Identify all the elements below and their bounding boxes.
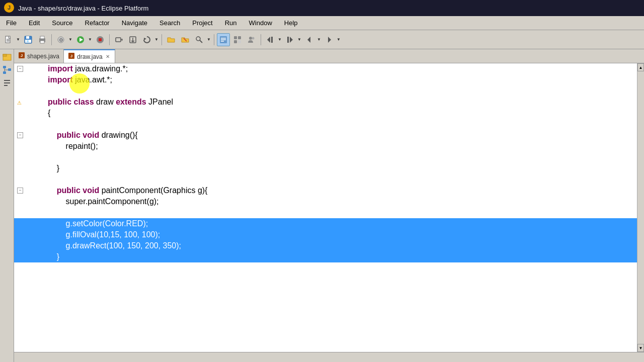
debug-arrow[interactable]: ▼: [68, 33, 73, 46]
svg-marker-39: [267, 37, 270, 43]
step-into-button[interactable]: [126, 33, 139, 46]
tab-shapes-java[interactable]: J shapes.java: [14, 49, 64, 63]
prev-edit-arrow[interactable]: ▼: [277, 33, 282, 46]
step-over-button[interactable]: [112, 33, 125, 46]
tab-draw-java[interactable]: J draw.java ✕: [64, 49, 115, 63]
code-line-1: − import java.drawing.*;: [14, 63, 637, 74]
run-group: ▼: [74, 33, 93, 46]
sidebar-tasks-icon[interactable]: [2, 77, 13, 88]
code-text-13: super.paintComponent(g);: [44, 197, 637, 206]
scroll-down-button[interactable]: ▼: [637, 344, 644, 352]
debug-group: ⚙ ▼: [54, 33, 73, 46]
svg-rect-9: [27, 40, 29, 42]
svg-point-27: [196, 37, 200, 41]
svg-rect-35: [234, 40, 237, 43]
svg-marker-41: [290, 37, 293, 43]
code-line-9: [14, 152, 637, 163]
svg-rect-11: [40, 36, 44, 39]
print-button[interactable]: [36, 33, 49, 46]
menu-navigate[interactable]: Navigate: [116, 16, 153, 30]
code-line-18: }: [14, 251, 637, 262]
code-text-17: g.drawRect(100, 150, 200, 350);: [44, 241, 637, 250]
menu-source[interactable]: Source: [46, 16, 78, 30]
menu-run[interactable]: Run: [219, 16, 243, 30]
code-line-6: [14, 119, 637, 130]
svg-marker-25: [144, 38, 146, 40]
right-scrollbar[interactable]: ▲ ▼: [637, 63, 644, 352]
debug-button[interactable]: ⚙: [54, 33, 67, 46]
collapse-7[interactable]: −: [17, 132, 23, 138]
title-text: Java - shape/src/draw.java - Eclipse Pla…: [18, 5, 148, 12]
new-file-button[interactable]: [2, 33, 15, 46]
svg-marker-43: [307, 37, 310, 43]
code-line-13: super.paintComponent(g);: [14, 196, 637, 207]
code-lines-container[interactable]: − import java.drawing.*; import java.awt…: [14, 63, 637, 352]
tab-draw-close[interactable]: ✕: [105, 53, 111, 60]
code-text-10: }: [44, 164, 637, 173]
perspective-button[interactable]: [231, 33, 244, 46]
back-button[interactable]: [303, 33, 316, 46]
sidebar-package-icon[interactable]: [2, 51, 13, 62]
sep4: [214, 34, 214, 45]
next-edit-group: ▼: [283, 33, 302, 46]
menu-refactor[interactable]: Refactor: [79, 16, 116, 30]
svg-marker-44: [328, 37, 331, 43]
collapse-1[interactable]: −: [17, 66, 23, 72]
code-line-15: g.setColor(Color.RED);: [14, 218, 637, 229]
svg-point-38: [252, 37, 255, 39]
collapse-12[interactable]: −: [17, 188, 23, 194]
save-button[interactable]: [22, 33, 35, 46]
forward-button[interactable]: [323, 33, 336, 46]
svg-rect-40: [271, 37, 273, 43]
search-arrow[interactable]: ▼: [206, 33, 211, 46]
menu-help[interactable]: Help: [278, 16, 304, 30]
edit-mode-button[interactable]: [217, 33, 230, 46]
close-project-button[interactable]: [179, 33, 192, 46]
svg-text:J: J: [21, 53, 23, 58]
code-line-10: }: [14, 163, 637, 174]
run-arrow[interactable]: ▼: [88, 33, 93, 46]
menu-search[interactable]: Search: [153, 16, 186, 30]
code-text-9: [44, 153, 637, 162]
next-edit-arrow[interactable]: ▼: [297, 33, 302, 46]
code-line-17: g.drawRect(100, 150, 200, 350);: [14, 240, 637, 251]
svg-rect-33: [234, 36, 237, 39]
svg-text:J: J: [8, 5, 11, 11]
menu-project[interactable]: Project: [186, 16, 218, 30]
forward-arrow[interactable]: ▼: [336, 33, 341, 46]
refresh-button[interactable]: [140, 33, 153, 46]
warning-icon: ⚠: [17, 98, 21, 107]
code-text-14: [44, 208, 637, 217]
toolbar: ▼ ⚙ ▼: [0, 30, 644, 49]
refresh-arrow[interactable]: ▼: [154, 33, 159, 46]
code-editor: − import java.drawing.*; import java.awt…: [14, 63, 644, 352]
prev-edit-button[interactable]: [264, 33, 277, 46]
open-project-button[interactable]: [165, 33, 178, 46]
sep1: [51, 34, 52, 45]
sep3: [162, 34, 162, 45]
code-text-3: [44, 86, 637, 96]
new-file-arrow[interactable]: ▼: [16, 33, 21, 46]
code-text-7: public void drawing(){: [44, 131, 637, 140]
svg-point-37: [249, 37, 252, 40]
code-text-15: g.setColor(Color.RED);: [44, 219, 637, 228]
svg-rect-48: [3, 71, 6, 74]
code-line-16: g.fillOval(10,15, 100, 100);: [14, 229, 637, 240]
sidebar-hierarchy-icon[interactable]: [2, 64, 13, 75]
next-edit-button[interactable]: [283, 33, 296, 46]
stop-button[interactable]: [94, 33, 107, 46]
main-area: J shapes.java J draw.java ✕: [0, 49, 644, 362]
team-button[interactable]: [245, 33, 258, 46]
code-line-2: import java.awt.*;: [14, 74, 637, 85]
menu-edit[interactable]: Edit: [23, 16, 46, 30]
search-button[interactable]: [193, 33, 206, 46]
code-text-6: [44, 120, 637, 129]
menu-window[interactable]: Window: [243, 16, 278, 30]
menubar: File Edit Source Refactor Navigate Searc…: [0, 16, 644, 30]
scroll-track: [637, 71, 644, 344]
code-text-2: import java.awt.*;: [44, 75, 637, 84]
scroll-up-button[interactable]: ▲: [637, 63, 644, 71]
menu-file[interactable]: File: [0, 16, 23, 30]
run-button[interactable]: [74, 33, 87, 46]
back-arrow[interactable]: ▼: [316, 33, 321, 46]
